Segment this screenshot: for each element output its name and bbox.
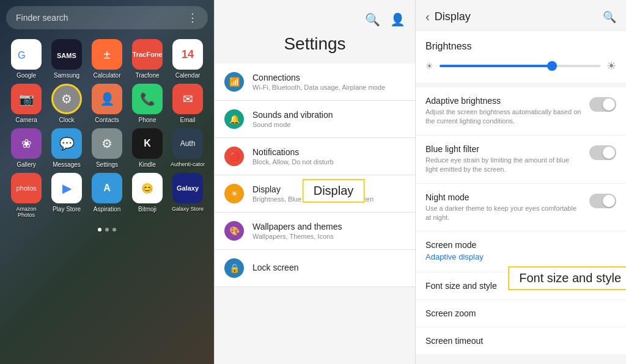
- screen-timeout-row[interactable]: Screen timeout: [416, 327, 626, 354]
- settings-header: 🔍 👤: [215, 0, 415, 34]
- app-label: Aspiration: [94, 206, 120, 213]
- app-messages[interactable]: 💬 Messages: [49, 128, 84, 168]
- dot-3: [112, 228, 116, 231]
- app-authenticator[interactable]: Auth Authenti-cator: [170, 128, 205, 168]
- wallpapers-subtitle: Wallpapers, Themes, Icons: [252, 233, 405, 240]
- app-label: Kindle: [139, 161, 156, 168]
- brightness-section: Brightness ☀ ☀: [416, 31, 626, 82]
- app-label: Calendar: [175, 72, 201, 79]
- adaptive-brightness-text: Adaptive brightness Adjust the screen br…: [425, 96, 589, 126]
- app-galaxystore[interactable]: Galaxy Galaxy Store: [170, 173, 205, 218]
- app-kindle[interactable]: K Kindle: [130, 128, 165, 168]
- night-mode-row[interactable]: Night mode Use a darker theme to keep yo…: [416, 184, 626, 232]
- brightness-slider-row[interactable]: ☀ ☀: [425, 59, 616, 73]
- app-label: Camera: [15, 117, 37, 123]
- connections-subtitle: Wi-Fi, Bluetooth, Data usage, Airplane m…: [252, 84, 405, 91]
- settings-item-wallpapers[interactable]: 🎨 Wallpapers and themes Wallpapers, Them…: [215, 213, 415, 250]
- svg-text:G: G: [18, 49, 26, 60]
- settings-title: Settings: [215, 34, 415, 64]
- kindle-icon: K: [132, 128, 163, 159]
- screen-timeout-title: Screen timeout: [425, 336, 609, 346]
- settings-item-notifications[interactable]: 🔴 Notifications Block, Allow, Do not dis…: [215, 138, 415, 175]
- app-phone[interactable]: 📞 Phone: [130, 84, 165, 123]
- font-callout: Font size and style: [508, 266, 626, 290]
- blue-light-subtitle: Reduce eye strain by limiting the amount…: [425, 156, 582, 175]
- app-grid: G Google SAMSUNG Samsung ± Calculator Tr…: [6, 39, 208, 218]
- adaptive-brightness-row[interactable]: Adaptive brightness Adjust the screen br…: [416, 87, 626, 136]
- app-tracfone[interactable]: TracFone Tracfone: [130, 39, 165, 79]
- night-mode-toggle[interactable]: [589, 194, 616, 208]
- app-settings[interactable]: ⚙ Settings: [89, 128, 125, 168]
- blue-light-title: Blue light filter: [425, 144, 582, 154]
- app-bitmoji[interactable]: 😊 Bitmoji: [130, 173, 165, 218]
- search-icon[interactable]: 🔍: [365, 12, 380, 27]
- app-samsung[interactable]: SAMSUNG Samsung: [49, 39, 84, 79]
- clock-icon: ⚙: [51, 84, 82, 114]
- contacts-icon: 👤: [92, 84, 122, 114]
- app-label: Messages: [53, 161, 81, 168]
- home-screen: Finder search ⋮ G Google SAMSUNG Samsung…: [0, 0, 214, 364]
- night-mode-text: Night mode Use a darker theme to keep yo…: [425, 192, 589, 223]
- app-contacts[interactable]: 👤 Contacts: [89, 84, 125, 123]
- brightness-high-icon: ☀: [606, 59, 616, 73]
- app-label: Amazon Photos: [9, 206, 44, 218]
- settings-item-text: Notifications Block, Allow, Do not distu…: [252, 147, 405, 166]
- app-label: Clock: [59, 117, 74, 123]
- camera-icon: 📷: [11, 84, 42, 114]
- blue-light-toggle[interactable]: [589, 145, 616, 160]
- night-mode-subtitle: Use a darker theme to keep your eyes com…: [425, 204, 582, 223]
- app-email[interactable]: ✉ Email: [170, 84, 205, 123]
- adaptive-brightness-title: Adaptive brightness: [425, 96, 582, 106]
- app-label: Calculator: [93, 72, 120, 79]
- sounds-icon: 🔔: [224, 109, 244, 129]
- brightness-title: Brightness: [425, 41, 616, 52]
- back-button[interactable]: ‹: [425, 10, 430, 24]
- app-clock[interactable]: ⚙ Clock: [49, 84, 84, 123]
- app-label: Contacts: [95, 117, 119, 123]
- email-icon: ✉: [172, 84, 203, 114]
- more-options-icon[interactable]: ⋮: [187, 11, 198, 24]
- app-photos[interactable]: photos Amazon Photos: [9, 173, 44, 218]
- settings-item-lockscreen[interactable]: 🔒 Lock screen: [215, 250, 415, 287]
- finder-search-bar[interactable]: Finder search ⋮: [6, 6, 208, 29]
- connections-icon: 📶: [224, 72, 244, 92]
- app-camera[interactable]: 📷 Camera: [9, 84, 44, 123]
- display-icon: ☀: [224, 184, 244, 203]
- profile-icon[interactable]: 👤: [390, 12, 405, 27]
- settings-item-text: Sounds and vibration Sound mode: [252, 110, 405, 128]
- settings-item-connections[interactable]: 📶 Connections Wi-Fi, Bluetooth, Data usa…: [215, 64, 415, 101]
- settings-list: 📶 Connections Wi-Fi, Bluetooth, Data usa…: [215, 64, 415, 287]
- aspiration-icon: A: [92, 173, 122, 203]
- app-calculator[interactable]: ± Calculator: [89, 39, 125, 79]
- tracfone-icon: TracFone: [132, 39, 163, 70]
- brightness-thumb[interactable]: [547, 61, 557, 71]
- app-google[interactable]: G Google: [9, 39, 44, 79]
- screen-mode-text: Screen mode Adaptive display: [425, 240, 616, 263]
- lockscreen-title: Lock screen: [252, 263, 405, 272]
- brightness-low-icon: ☀: [425, 61, 433, 71]
- photos-icon: photos: [11, 173, 42, 203]
- settings-item-display[interactable]: ☀ Display Brightness, Blue light filter,…: [215, 175, 415, 213]
- notifications-subtitle: Block, Allow, Do not disturb: [252, 158, 405, 166]
- settings-item-sounds[interactable]: 🔔 Sounds and vibration Sound mode: [215, 101, 415, 138]
- app-aspiration[interactable]: A Aspiration: [89, 173, 125, 218]
- night-mode-title: Night mode: [425, 192, 582, 202]
- app-gallery[interactable]: ❀ Gallery: [9, 128, 44, 168]
- screen-zoom-title: Screen zoom: [425, 308, 609, 318]
- adaptive-brightness-toggle[interactable]: [589, 97, 616, 112]
- app-playstore[interactable]: ▶ Play Store: [49, 173, 84, 218]
- font-size-row[interactable]: Font size and style Font size and style: [416, 272, 626, 300]
- brightness-fill: [440, 65, 552, 67]
- notifications-icon: 🔴: [224, 147, 244, 166]
- screen-zoom-text: Screen zoom: [425, 308, 616, 318]
- wallpapers-icon: 🎨: [224, 221, 244, 241]
- screen-zoom-row[interactable]: Screen zoom: [416, 300, 626, 327]
- screen-timeout-text: Screen timeout: [425, 336, 616, 346]
- brightness-track[interactable]: [440, 65, 600, 67]
- search-button[interactable]: 🔍: [603, 10, 616, 24]
- blue-light-row[interactable]: Blue light filter Reduce eye strain by l…: [416, 136, 626, 184]
- app-label: Gallery: [17, 161, 36, 168]
- dot-2: [105, 228, 109, 231]
- notifications-title: Notifications: [252, 147, 405, 157]
- app-calendar[interactable]: 14 Calendar: [170, 39, 205, 79]
